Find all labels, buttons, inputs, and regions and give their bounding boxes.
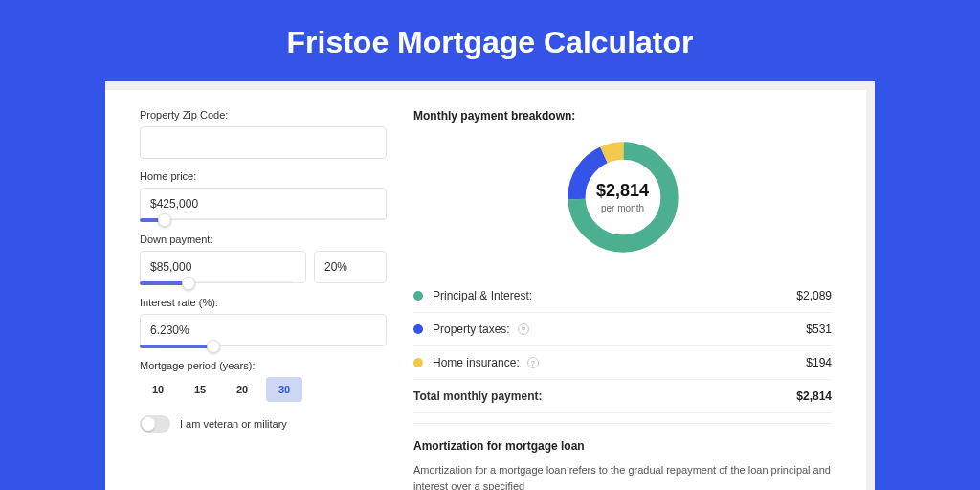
down-payment-slider-thumb[interactable]: [182, 277, 195, 290]
interest-rate-field: Interest rate (%):: [140, 297, 387, 348]
mortgage-period-field: Mortgage period (years): 10 15 20 30: [140, 360, 387, 402]
veteran-toggle-knob: [142, 417, 155, 431]
zip-label: Property Zip Code:: [140, 109, 387, 121]
period-btn-30[interactable]: 30: [266, 377, 302, 402]
period-btn-10[interactable]: 10: [140, 377, 176, 402]
home-price-slider-thumb[interactable]: [158, 213, 171, 227]
donut-amount: $2,814: [596, 181, 649, 201]
mortgage-period-options: 10 15 20 30: [140, 377, 387, 402]
page-title: Fristoe Mortgage Calculator: [0, 0, 980, 81]
calculator-container: Property Zip Code: Home price: Down paym…: [105, 81, 875, 490]
veteran-label: I am veteran or military: [180, 418, 287, 430]
calculator-card: Property Zip Code: Home price: Down paym…: [105, 90, 866, 490]
legend-row-home-insurance: Home insurance: ? $194: [413, 346, 832, 380]
legend-label-principal-interest: Principal & Interest:: [433, 289, 532, 302]
legend-row-property-taxes: Property taxes: ? $531: [413, 313, 832, 346]
legend-label-total: Total monthly payment:: [413, 390, 542, 403]
interest-rate-slider[interactable]: [140, 345, 387, 348]
help-icon[interactable]: ?: [518, 323, 529, 335]
donut-sub: per month: [601, 203, 644, 213]
legend-row-principal-interest: Principal & Interest: $2,089: [413, 279, 832, 313]
down-payment-field: Down payment:: [140, 234, 387, 285]
help-icon[interactable]: ?: [527, 357, 539, 368]
home-price-label: Home price:: [140, 170, 387, 182]
down-payment-slider[interactable]: [140, 281, 293, 285]
legend-value-property-taxes: $531: [806, 323, 832, 336]
interest-rate-input[interactable]: [140, 314, 387, 346]
period-btn-15[interactable]: 15: [182, 377, 218, 402]
period-btn-20[interactable]: 20: [224, 377, 260, 402]
donut-chart-wrap: $2,814 per month: [413, 136, 832, 258]
legend-value-home-insurance: $194: [806, 356, 832, 369]
zip-field: Property Zip Code:: [140, 109, 387, 159]
down-payment-label: Down payment:: [140, 234, 387, 245]
amortization-heading: Amortization for mortgage loan: [413, 439, 832, 453]
zip-input[interactable]: [140, 126, 387, 159]
home-price-slider[interactable]: [140, 218, 387, 222]
donut-chart: $2,814 per month: [562, 136, 684, 258]
breakdown-column: Monthly payment breakdown: $2,814 per mo…: [387, 109, 866, 490]
amortization-text: Amortization for a mortgage loan refers …: [413, 462, 832, 490]
interest-rate-slider-thumb[interactable]: [207, 340, 220, 353]
form-column: Property Zip Code: Home price: Down paym…: [140, 109, 387, 490]
legend-label-home-insurance: Home insurance:: [433, 356, 520, 369]
legend-value-principal-interest: $2,089: [796, 289, 832, 302]
veteran-toggle[interactable]: [140, 415, 170, 433]
breakdown-heading: Monthly payment breakdown:: [413, 109, 832, 122]
donut-center: $2,814 per month: [562, 136, 684, 258]
amortization-section: Amortization for mortgage loan Amortizat…: [413, 423, 832, 490]
legend-value-total: $2,814: [796, 390, 832, 403]
interest-rate-label: Interest rate (%):: [140, 297, 387, 308]
legend-dot-property-taxes: [413, 324, 423, 334]
legend-dot-principal-interest: [413, 291, 423, 301]
home-price-field: Home price:: [140, 170, 387, 222]
down-payment-pct-input[interactable]: [314, 251, 387, 283]
legend-label-property-taxes: Property taxes:: [433, 323, 510, 336]
veteran-row: I am veteran or military: [140, 415, 387, 433]
mortgage-period-label: Mortgage period (years):: [140, 360, 387, 371]
legend-dot-home-insurance: [413, 358, 423, 368]
legend-row-total: Total monthly payment: $2,814: [413, 380, 832, 413]
interest-rate-slider-fill: [140, 345, 213, 348]
home-price-input[interactable]: [140, 188, 387, 220]
down-payment-input[interactable]: [140, 251, 306, 283]
